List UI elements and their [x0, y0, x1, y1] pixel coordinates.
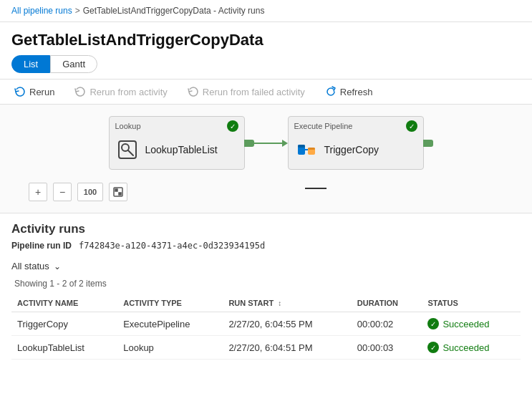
- execute-node-label: TriggerCopy: [324, 144, 379, 155]
- status-success-icon: ✓: [427, 318, 439, 329]
- diagram-area: Lookup ✓ LookupTableList: [0, 105, 532, 213]
- diagram-controls: + − 100: [29, 183, 127, 201]
- col-header-status: STATUS: [422, 294, 521, 312]
- diagram-divider: [305, 188, 327, 189]
- status-label: Succeeded: [442, 319, 489, 329]
- zoom-out-button[interactable]: −: [53, 183, 72, 201]
- chevron-down-icon: ⌄: [54, 261, 61, 271]
- lookup-connector-right: [244, 140, 254, 147]
- showing-text: Showing 1 - 2 of 2 items: [11, 279, 521, 289]
- toolbar: Rerun Rerun from activity Rerun from fai…: [0, 79, 532, 105]
- execute-node-title: Execute Pipeline: [294, 122, 353, 130]
- lookup-node-body: LookupTableList: [110, 133, 244, 168]
- status-filter-label: All status: [11, 261, 49, 271]
- arrow-head: [282, 140, 288, 147]
- execute-node-body: TriggerCopy: [289, 133, 423, 168]
- view-toggle: List Gantt: [0, 55, 532, 79]
- pipeline-run-id-value: f742843e-a120-4371-a4ec-0d323934195d: [79, 241, 265, 251]
- rerun-from-failed-button[interactable]: Rerun from failed activity: [185, 84, 308, 100]
- breadcrumb: All pipeline runs > GetTableListAndTrigg…: [0, 0, 532, 22]
- execute-success-icon: ✓: [406, 120, 417, 132]
- lookup-node-title: Lookup: [115, 122, 141, 130]
- svg-line-2: [128, 150, 133, 155]
- svg-rect-6: [308, 148, 315, 150]
- cell-activity-type: ExecutePipeline: [117, 312, 223, 336]
- page-title: GetTableListAndTriggerCopyData: [0, 22, 532, 55]
- execute-activity-icon: [296, 139, 317, 160]
- cell-duration: 00:00:02: [352, 312, 422, 336]
- table-row[interactable]: LookupTableListLookup2/27/20, 6:04:51 PM…: [11, 336, 521, 360]
- svg-rect-4: [298, 145, 305, 148]
- cell-activity-type: Lookup: [117, 336, 223, 360]
- activity-runs-title: Activity runs: [11, 222, 521, 236]
- svg-rect-9: [115, 189, 117, 191]
- list-view-button[interactable]: List: [11, 55, 50, 73]
- execute-connector-right: [423, 140, 433, 147]
- status-label: Succeeded: [442, 342, 489, 353]
- zoom-in-button[interactable]: +: [29, 183, 47, 201]
- col-header-activity-name: ACTIVITY NAME: [11, 294, 117, 312]
- col-header-duration: DURATION: [352, 294, 422, 312]
- refresh-button[interactable]: Refresh: [322, 84, 376, 100]
- reset-zoom-button[interactable]: 100: [77, 183, 103, 201]
- rerun-button[interactable]: Rerun: [11, 84, 57, 100]
- rerun-from-activity-icon: [74, 86, 86, 97]
- table-row[interactable]: TriggerCopyExecutePipeline2/27/20, 6:04:…: [11, 312, 521, 336]
- svg-rect-10: [119, 193, 121, 195]
- lookup-node[interactable]: Lookup ✓ LookupTableList: [109, 116, 245, 170]
- col-header-activity-type: ACTIVITY TYPE: [117, 294, 223, 312]
- lookup-success-icon: ✓: [227, 120, 238, 132]
- cell-run-start: 2/27/20, 6:04:51 PM: [223, 336, 351, 360]
- fit-view-button[interactable]: [109, 183, 127, 201]
- sort-arrows-icon: ↕: [278, 299, 281, 307]
- col-header-run-start[interactable]: RUN START ↕: [223, 294, 351, 312]
- rerun-icon: [14, 86, 26, 97]
- diagram-nodes: Lookup ✓ LookupTableList: [109, 116, 424, 170]
- status-filter[interactable]: All status ⌄: [11, 258, 521, 274]
- activity-table: ACTIVITY NAME ACTIVITY TYPE RUN START ↕ …: [11, 294, 521, 360]
- breadcrumb-link[interactable]: All pipeline runs: [11, 6, 72, 16]
- cell-activity-name: TriggerCopy: [11, 312, 117, 336]
- cell-status: ✓Succeeded: [422, 312, 521, 336]
- execute-pipeline-node[interactable]: Execute Pipeline ✓ TriggerCopy: [288, 116, 424, 170]
- activity-section: Activity runs Pipeline run ID f742843e-a…: [0, 213, 532, 360]
- rerun-from-failed-label: Rerun from failed activity: [203, 87, 305, 97]
- gantt-view-button[interactable]: Gantt: [50, 55, 97, 73]
- rerun-from-activity-button[interactable]: Rerun from activity: [72, 84, 170, 100]
- table-header-row: ACTIVITY NAME ACTIVITY TYPE RUN START ↕ …: [11, 294, 521, 312]
- lookup-node-label: LookupTableList: [145, 144, 218, 155]
- rerun-label: Rerun: [29, 87, 54, 97]
- lookup-node-header: Lookup ✓: [110, 117, 244, 133]
- execute-node-header: Execute Pipeline ✓: [289, 117, 423, 133]
- lookup-activity-icon: [117, 139, 138, 160]
- pipeline-run-id-label: Pipeline run ID: [11, 241, 72, 251]
- refresh-label: Refresh: [340, 87, 373, 97]
- cell-run-start: 2/27/20, 6:04:55 PM: [223, 312, 351, 336]
- cell-activity-name: LookupTableList: [11, 336, 117, 360]
- refresh-icon: [325, 86, 337, 97]
- rerun-from-activity-label: Rerun from activity: [90, 87, 167, 97]
- cell-duration: 00:00:03: [352, 336, 422, 360]
- status-success-icon: ✓: [427, 342, 439, 353]
- pipeline-run-id-row: Pipeline run ID f742843e-a120-4371-a4ec-…: [11, 241, 521, 251]
- rerun-from-failed-icon: [188, 86, 199, 97]
- cell-status: ✓Succeeded: [422, 336, 521, 360]
- svg-rect-7: [303, 149, 308, 150]
- breadcrumb-current: GetTableListAndTriggerCopyData - Activit…: [83, 6, 265, 16]
- breadcrumb-separator: >: [75, 6, 80, 16]
